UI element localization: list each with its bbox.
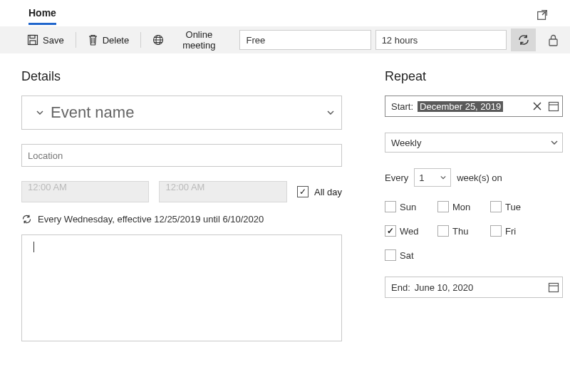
repeat-end-field[interactable]: End: June 10, 2020 [385,277,563,298]
start-time-value: 12:00 AM [28,182,67,192]
tab-home[interactable]: Home [28,4,56,25]
day-label: Mon [452,202,470,212]
recurrence-button[interactable] [511,29,537,51]
lock-icon [548,34,559,46]
checkbox-icon [490,201,502,212]
delete-button[interactable]: Delete [82,31,135,48]
popout-icon[interactable] [536,9,549,21]
day-label: Thu [452,226,468,237]
show-as-select[interactable] [239,30,370,50]
day-fri[interactable]: Fri [490,225,527,237]
trash-icon [88,34,98,46]
svg-rect-7 [549,103,559,111]
reminder-select[interactable] [375,30,507,50]
repeat-heading: Repeat [385,69,563,84]
separator [140,32,141,48]
start-date-value: December 25, 2019 [418,101,503,112]
calendar-icon[interactable] [548,100,559,112]
frequency-select[interactable]: Weekly [385,133,563,153]
checkbox-icon [297,186,309,197]
globe-icon [152,34,164,46]
chevron-down-icon [440,175,446,180]
recurrence-icon [517,33,530,46]
interval-stepper[interactable]: 1 [414,168,451,187]
start-label: Start: [391,101,413,112]
interval-value: 1 [419,172,424,183]
day-label: Tue [505,202,521,212]
day-tue[interactable]: Tue [490,201,527,212]
checkbox-icon [385,249,396,261]
clear-icon[interactable] [531,101,544,111]
all-day-label: All day [314,187,342,197]
recurrence-text: Every Wednesday, effective 12/25/2019 un… [38,214,264,225]
unit-label: week(s) on [457,172,502,183]
separator [76,32,76,48]
end-label: End: [391,282,410,293]
day-thu[interactable]: Thu [437,225,475,237]
chevron-down-icon[interactable] [327,109,334,116]
checkbox-icon [385,225,396,237]
checkbox-icon [437,225,449,237]
end-time-value: 12:00 AM [165,182,204,192]
save-label: Save [43,35,64,46]
toolbar: Save Delete Online meeting [0,26,570,53]
end-date-value: June 10, 2020 [415,282,473,293]
save-button[interactable]: Save [21,31,70,48]
private-button[interactable] [540,29,566,51]
day-wed[interactable]: Wed [385,225,422,237]
location-input[interactable] [21,144,342,167]
online-meeting-label: Online meeting [168,29,229,51]
calendar-icon[interactable] [548,282,559,293]
checkbox-icon [437,201,449,212]
svg-rect-8 [549,284,559,292]
day-label: Wed [400,226,419,237]
chevron-down-icon [551,139,558,146]
frequency-value: Weekly [391,138,421,148]
checkbox-icon [385,201,396,212]
event-name-row [21,96,342,130]
svg-rect-2 [30,36,35,38]
notes-textarea[interactable] [21,234,342,341]
delete-label: Delete [103,35,130,46]
recurrence-summary: Every Wednesday, effective 12/25/2019 un… [21,214,342,225]
start-time-select: 12:00 AM [21,181,149,202]
chevron-down-icon[interactable] [36,109,43,116]
every-label: Every [385,172,408,183]
repeat-start-field[interactable]: Start: December 25, 2019 [385,96,563,117]
interval-row: Every 1 week(s) on [385,168,563,187]
day-label: Sat [400,250,414,261]
day-sun[interactable]: Sun [385,201,422,212]
weekday-picker: Sun Mon Tue Wed Thu Fri Sat [385,201,563,261]
checkbox-icon [490,225,502,237]
recurrence-icon [21,214,32,225]
end-time-select: 12:00 AM [159,181,286,202]
day-label: Fri [505,226,516,237]
all-day-toggle[interactable]: All day [297,186,342,197]
details-heading: Details [21,69,342,84]
event-name-input[interactable] [51,103,313,122]
svg-rect-3 [30,41,36,45]
day-sat[interactable]: Sat [385,249,422,261]
online-meeting-button[interactable]: Online meeting [147,26,235,53]
day-mon[interactable]: Mon [437,201,475,212]
day-label: Sun [400,202,416,212]
svg-rect-6 [549,39,557,46]
save-icon [27,34,38,46]
text-cursor [33,242,34,252]
